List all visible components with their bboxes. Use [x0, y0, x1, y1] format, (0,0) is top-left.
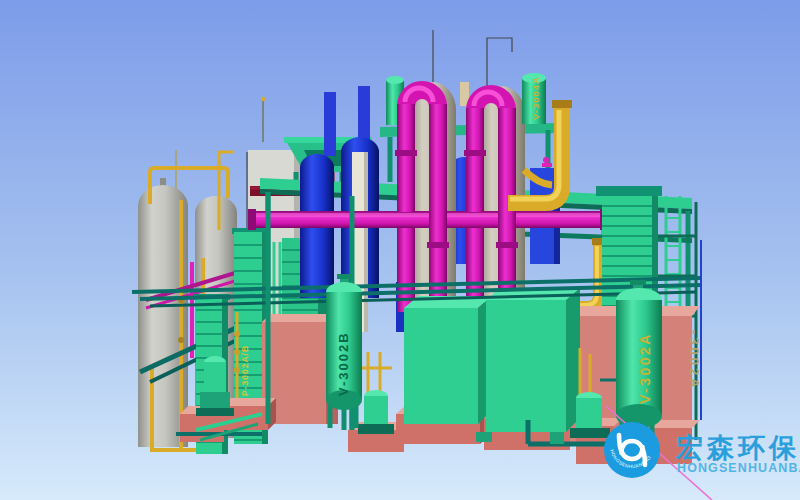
pump-label-p3002ab: P-3002A/B — [240, 345, 250, 396]
company-name-en: HONGSENHUANBAO — [677, 461, 800, 475]
vessel-v3002a: V-3002A — [616, 280, 662, 444]
vessel-v3002b: V-3002B — [326, 274, 362, 430]
plant-render-canvas: V-3004A — [0, 0, 800, 500]
vessel-v3002a-label: V-3002A — [637, 332, 653, 404]
vessel-v3004a-label: V-3004A — [530, 76, 541, 120]
box-tank-2 — [486, 300, 566, 432]
green-box-tanks — [404, 288, 580, 432]
floating-label-3002a: -3002A — [687, 330, 702, 391]
plant-3d-scene: V-3004A — [0, 0, 800, 500]
box-tank-1 — [404, 308, 478, 424]
company-name-cn: 宏森环保 — [675, 433, 800, 463]
vessel-v3002b-label: V-3002B — [336, 331, 351, 396]
